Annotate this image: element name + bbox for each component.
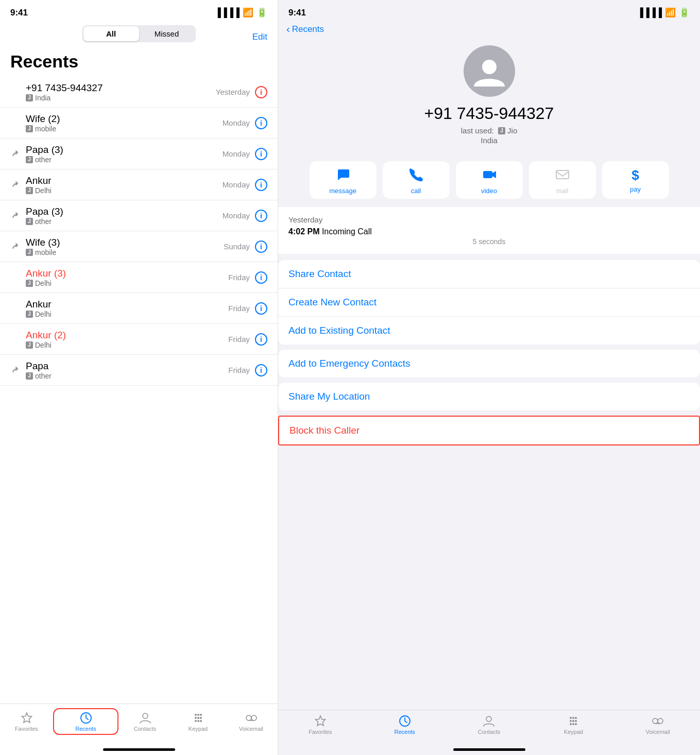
contact-country: India	[481, 136, 498, 145]
carrier-badge: J	[26, 372, 33, 380]
keypad-icon	[192, 711, 205, 725]
list-item[interactable]: +91 7435-944327 J India Yesterday i	[0, 77, 278, 108]
svg-point-4	[200, 714, 202, 716]
right-tab-recents[interactable]: Recents	[363, 714, 447, 735]
list-item[interactable]: Ankur J Delhi Friday i	[0, 293, 278, 324]
tab-voicemail-label: Voicemail	[239, 726, 263, 732]
right-tab-favorites-label: Favorites	[309, 729, 332, 735]
carrier-badge: J	[26, 341, 33, 349]
edit-button[interactable]: Edit	[252, 32, 267, 42]
keypad-icon	[567, 714, 580, 728]
tab-recents[interactable]: Recents	[53, 708, 118, 735]
contact-carrier: Jio	[507, 126, 517, 135]
segment-all[interactable]: All	[83, 26, 139, 41]
carrier-badge: J	[26, 280, 33, 287]
battery-icon: 🔋	[679, 7, 690, 18]
tab-keypad[interactable]: Keypad	[172, 711, 225, 732]
tab-contacts[interactable]: Contacts	[118, 711, 172, 732]
svg-point-6	[197, 717, 199, 719]
list-item[interactable]: Ankur (2) J Delhi Friday i	[0, 324, 278, 355]
item-name: Ankur	[26, 299, 52, 310]
call-entry: 4:02 PM Incoming Call	[288, 227, 690, 236]
info-button[interactable]: i	[255, 333, 267, 346]
back-button[interactable]: ‹ Recents	[286, 23, 692, 35]
contact-header: +91 7435-944327 last used: J Jio India	[278, 35, 700, 153]
right-tab-favorites[interactable]: Favorites	[278, 714, 363, 735]
segment-missed[interactable]: Missed	[139, 26, 195, 41]
action-video[interactable]: video	[456, 161, 523, 199]
info-button[interactable]: i	[255, 148, 267, 160]
item-sub: J Delhi	[26, 186, 52, 195]
call-date: Yesterday	[288, 215, 690, 224]
pay-label: pay	[630, 185, 641, 193]
svg-point-29	[658, 718, 663, 724]
missed-indicator	[10, 211, 22, 220]
info-button[interactable]: i	[255, 86, 267, 98]
action-buttons: message call video	[278, 153, 700, 207]
item-date: Yesterday	[216, 88, 250, 96]
item-sub: J mobile	[26, 125, 60, 133]
list-item[interactable]: Ankur (3) J Delhi Friday i	[0, 262, 278, 293]
list-item[interactable]: Ankur J Delhi Monday i	[0, 169, 278, 200]
info-button[interactable]: i	[255, 271, 267, 284]
item-date: Friday	[228, 304, 250, 313]
pay-icon: $	[631, 167, 639, 183]
tab-voicemail[interactable]: Voicemail	[225, 711, 278, 732]
signal-icon: ▐▐▐▐	[215, 8, 240, 18]
info-button[interactable]: i	[255, 117, 267, 129]
svg-point-10	[200, 720, 202, 722]
list-item[interactable]: Papa J other Friday i	[0, 355, 278, 386]
share-contact-button[interactable]: Share Contact	[278, 260, 700, 288]
home-indicator	[103, 748, 175, 751]
item-sub: J mobile	[26, 248, 60, 256]
svg-rect-15	[483, 171, 492, 178]
add-emergency-contact-button[interactable]: Add to Emergency Contacts	[278, 350, 700, 377]
info-button[interactable]: i	[255, 241, 267, 253]
svg-point-18	[486, 716, 491, 722]
tab-recents-label: Recents	[75, 726, 96, 732]
contact-sub-text: last used:	[461, 126, 496, 135]
info-button[interactable]: i	[255, 179, 267, 191]
list-item[interactable]: Papa (3) J other Monday i	[0, 139, 278, 169]
right-tab-voicemail-label: Voicemail	[646, 729, 670, 735]
item-sub: J Delhi	[26, 310, 52, 318]
clock-icon	[79, 711, 93, 725]
info-button[interactable]: i	[255, 302, 267, 315]
item-date: Friday	[228, 366, 250, 374]
list-item[interactable]: Wife (3) J mobile Sunday i	[0, 231, 278, 262]
svg-point-12	[251, 715, 257, 720]
info-button[interactable]: i	[255, 364, 267, 376]
avatar	[464, 45, 515, 97]
missed-indicator	[10, 149, 22, 159]
right-tab-keypad[interactable]: Keypad	[531, 714, 616, 735]
list-item[interactable]: Wife (2) J mobile Monday i	[0, 108, 278, 139]
emergency-section: Add to Emergency Contacts	[278, 350, 700, 377]
list-item[interactable]: Papa (3) J other Monday i	[0, 200, 278, 231]
wifi-icon: 📶	[665, 7, 676, 18]
back-label: Recents	[292, 24, 324, 35]
action-pay[interactable]: $ pay	[602, 161, 669, 199]
svg-point-25	[570, 723, 572, 725]
voicemail-icon	[651, 714, 664, 728]
add-existing-contact-button[interactable]: Add to Existing Contact	[278, 317, 700, 345]
tab-favorites[interactable]: Favorites	[0, 711, 53, 732]
svg-point-1	[143, 713, 148, 718]
block-caller-button[interactable]: Block this Caller	[279, 417, 699, 444]
block-section: Block this Caller	[278, 416, 700, 445]
missed-indicator	[10, 366, 22, 375]
right-tab-voicemail[interactable]: Voicemail	[616, 714, 700, 735]
share-location-button[interactable]: Share My Location	[278, 383, 700, 410]
person-avatar-icon	[471, 53, 507, 89]
action-message[interactable]: message	[310, 161, 377, 199]
message-icon	[336, 167, 350, 185]
item-name: Ankur (2)	[26, 330, 66, 341]
info-button[interactable]: i	[255, 210, 267, 222]
right-tab-contacts[interactable]: Contacts	[447, 714, 532, 735]
svg-point-19	[570, 717, 572, 719]
svg-point-2	[195, 714, 197, 716]
wifi-icon: 📶	[243, 7, 253, 18]
item-name: Papa (3)	[26, 144, 63, 156]
create-new-contact-button[interactable]: Create New Contact	[278, 288, 700, 317]
action-call[interactable]: call	[383, 161, 450, 199]
video-icon	[482, 167, 497, 185]
